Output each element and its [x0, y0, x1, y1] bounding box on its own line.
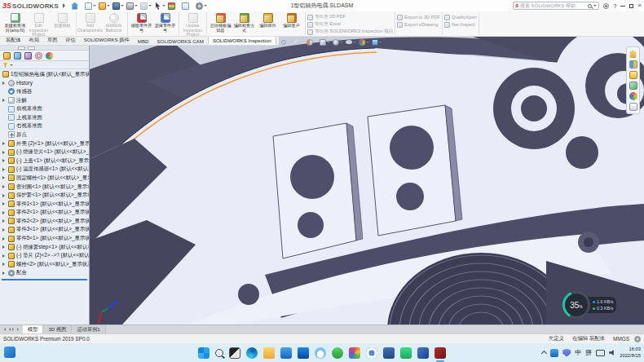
ribbon-button[interactable]: Edit Inspection Project [27, 13, 51, 38]
expand-arrow-icon[interactable] [2, 151, 7, 154]
display-style-icon[interactable] [333, 39, 343, 46]
tree-item[interactable]: (-) 温度传感器<1> (默认<<默认>_ [0, 166, 89, 174]
graphics-area[interactable]: 35% 1.6 KB/s 0.3 KB/s [90, 37, 644, 324]
store-icon[interactable] [298, 347, 309, 359]
tab-scroll-prev-icon[interactable] [7, 328, 11, 331]
expand-arrow-icon[interactable] [2, 211, 7, 214]
view-settings-icon[interactable] [372, 39, 382, 46]
propertymanager-tab-icon[interactable] [14, 52, 21, 60]
home-icon[interactable] [71, 2, 82, 10]
expand-arrow-icon[interactable] [2, 263, 7, 266]
view-orientation-icon[interactable] [320, 39, 330, 46]
dimxpertmanager-tab-icon[interactable] [35, 52, 42, 60]
photos-icon[interactable] [349, 347, 360, 359]
tree-item[interactable]: (-) 上盖<1> (默认<<默认>_显示状 [0, 157, 89, 166]
widgets-icon[interactable] [4, 347, 15, 358]
tree-item[interactable]: 零件2<2> (默认<<默认>_显示状态 [0, 217, 89, 226]
tab-scroll-first-icon[interactable] [2, 328, 6, 331]
rebuild-icon[interactable] [168, 2, 179, 10]
ribbon-button[interactable]: Add/Edit Balloons [102, 13, 126, 33]
previous-view-icon[interactable] [293, 39, 304, 46]
tree-item[interactable]: 原点 [0, 130, 89, 139]
search-button[interactable] [215, 349, 223, 357]
expand-arrow-icon[interactable] [2, 228, 7, 232]
commandmanager-tab[interactable]: SOLIDWORKS CAM [152, 38, 207, 45]
ribbon-button[interactable]: 编辑检查方式 [232, 13, 256, 33]
user-account-icon[interactable] [603, 3, 609, 9]
search-input[interactable]: S 搜索 SOLIDWORKS 帮助 [513, 2, 599, 10]
expand-arrow-icon[interactable] [2, 245, 7, 249]
ribbon-button[interactable]: 编辑操作 [256, 13, 280, 29]
restore-button[interactable] [629, 4, 633, 8]
commandmanager-tab[interactable]: SOLIDWORKS 插件 [80, 36, 134, 45]
dropdown-caret-icon[interactable] [93, 5, 96, 8]
ribbon-export-item[interactable]: Export to 3D PDF [397, 14, 440, 20]
tree-item[interactable]: 传感器 [0, 87, 89, 96]
tree-item[interactable]: 配合 [0, 269, 89, 278]
commandmanager-tab[interactable]: 装配体 [2, 36, 25, 45]
performance-float-widget[interactable]: 35% 1.6 KB/s 0.3 KB/s [562, 291, 616, 319]
dropdown-caret-icon[interactable] [204, 5, 207, 8]
ribbon-button[interactable]: 新建模板 [51, 13, 74, 29]
edge-icon[interactable] [246, 347, 258, 359]
menu-flyout-arrow-icon[interactable] [63, 3, 68, 8]
tree-filter[interactable] [0, 61, 89, 69]
ribbon-export-item[interactable]: Net-Inspect [444, 21, 475, 28]
expand-arrow-icon[interactable] [2, 82, 7, 85]
chrome-icon[interactable] [366, 347, 377, 359]
ribbon-button[interactable]: 新建检查项目(amp;N) [3, 13, 27, 33]
close-button[interactable]: × [637, 2, 642, 9]
expand-arrow-icon[interactable] [2, 142, 7, 145]
tree-item[interactable]: 上视基准面 [0, 113, 89, 122]
hide-show-items-icon[interactable] [346, 39, 356, 46]
start-button[interactable] [198, 347, 210, 359]
commandmanager-tab[interactable]: SOLIDWORKS Inspection [208, 36, 276, 45]
expand-arrow-icon[interactable] [2, 185, 7, 188]
tab-scroll-last-icon[interactable] [17, 328, 20, 331]
displaymanager-tab-icon[interactable] [46, 52, 53, 60]
ime-language-button[interactable]: 中 [575, 348, 581, 357]
view-palette-icon[interactable] [629, 82, 637, 90]
word-icon[interactable] [417, 347, 429, 359]
tree-root-item[interactable]: 1型铝轴热电偶 (默认<默认_显示状态-1 [0, 70, 89, 79]
ribbon-export-item[interactable]: 导出至 SOLIDWORKS Inspection 项目 [307, 29, 393, 35]
tree-item[interactable]: (-) 绝缘套step<1> (默认<<默认> [0, 243, 89, 252]
ime-mode-button[interactable]: 拼 [585, 348, 592, 357]
onedrive-icon[interactable] [315, 347, 326, 359]
tree-item[interactable]: 零件5<1> (默认<<默认>_显示状态 [0, 234, 89, 243]
ribbon-button[interactable]: 启动模板编辑器 [209, 13, 232, 33]
security-shield-icon[interactable] [562, 349, 571, 357]
tree-item[interactable]: History [0, 79, 89, 88]
docs-icon[interactable] [383, 347, 395, 359]
tree-item[interactable]: 零件2<1> (默认<<默认>_显示状态 [0, 209, 89, 218]
3d-model[interactable] [90, 37, 644, 324]
dropdown-caret-icon[interactable] [135, 5, 138, 8]
solidworks-resources-icon[interactable] [629, 50, 637, 58]
volume-icon[interactable] [609, 350, 615, 356]
save-icon[interactable] [112, 2, 124, 10]
messenger-icon[interactable] [400, 347, 412, 359]
ribbon-export-item[interactable]: QualityXpert [444, 14, 477, 20]
ribbon-button[interactable]: 移除零件序号 [130, 13, 153, 33]
edit-appearance-icon[interactable] [359, 39, 369, 46]
commandmanager-tab[interactable]: MBD [134, 38, 153, 45]
tree-item[interactable]: 外壳 (2)<1> (默认<<默认>_显示状 [0, 139, 89, 148]
tree-item[interactable]: (-) 绝缘垫片<1> (默认<<默认>_显 [0, 148, 89, 157]
zoom-area-icon[interactable] [280, 39, 291, 46]
ribbon-button[interactable]: 选择零件序号 [153, 13, 177, 33]
minimize-button[interactable] [620, 6, 625, 7]
search-scope-caret-icon[interactable] [593, 5, 597, 8]
expand-arrow-icon[interactable] [2, 254, 7, 258]
mail-icon[interactable] [280, 347, 292, 359]
tree-item[interactable]: 前视基准面 [0, 104, 89, 113]
onedrive-tray-icon[interactable] [550, 349, 558, 357]
tree-item[interactable]: 右视基准面 [0, 122, 89, 131]
dropdown-caret-icon[interactable] [121, 5, 124, 8]
print-icon[interactable] [126, 2, 138, 10]
dropdown-caret-icon[interactable] [340, 42, 343, 45]
dropdown-caret-icon[interactable] [379, 42, 382, 45]
dropdown-caret-icon[interactable] [107, 5, 110, 8]
document-tab[interactable]: 运动算例1 [72, 325, 105, 333]
task-view-button[interactable] [229, 347, 240, 359]
tree-item[interactable]: 注解 [0, 96, 89, 105]
